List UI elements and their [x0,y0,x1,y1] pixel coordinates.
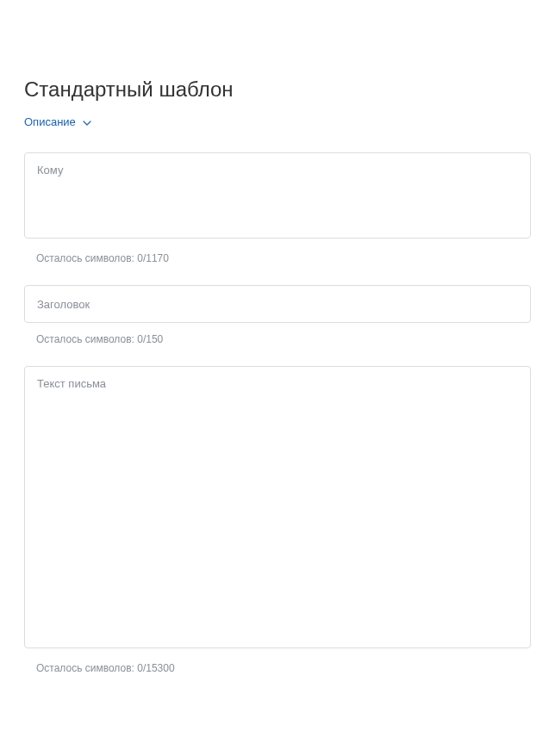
to-field-group: Осталось символов: 0/1170 [24,152,531,264]
description-toggle[interactable]: Описание [24,115,91,128]
subject-char-counter: Осталось символов: 0/150 [36,333,531,345]
page-title: Стандартный шаблон [24,77,531,102]
subject-field-group: Осталось символов: 0/150 [24,285,531,345]
subject-input[interactable] [24,285,531,323]
to-char-counter: Осталось символов: 0/1170 [36,252,531,264]
description-toggle-label: Описание [24,115,76,128]
body-input[interactable] [24,366,531,648]
chevron-down-icon [83,115,91,128]
body-field-group: Осталось символов: 0/15300 [24,366,531,674]
body-char-counter: Осталось символов: 0/15300 [36,662,531,674]
to-input[interactable] [24,152,531,239]
